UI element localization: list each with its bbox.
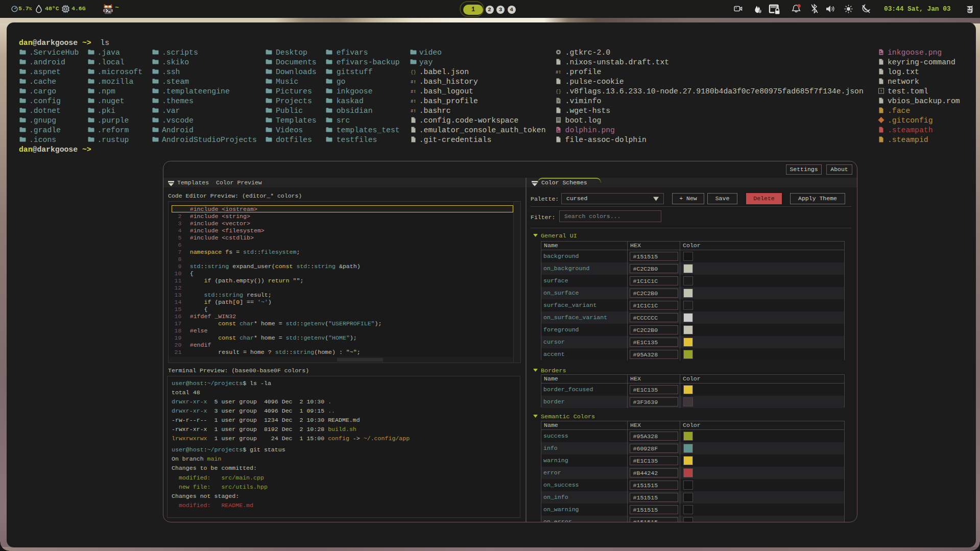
- svg-text:#!: #!: [411, 89, 416, 94]
- svg-text:#!: #!: [556, 69, 561, 75]
- svg-text:{}: {}: [556, 89, 561, 94]
- svg-text:#!: #!: [411, 99, 416, 104]
- svg-text:{}: {}: [411, 69, 416, 75]
- svg-text:T: T: [880, 89, 882, 93]
- svg-text:#!: #!: [411, 108, 416, 113]
- svg-text:#!: #!: [411, 79, 416, 84]
